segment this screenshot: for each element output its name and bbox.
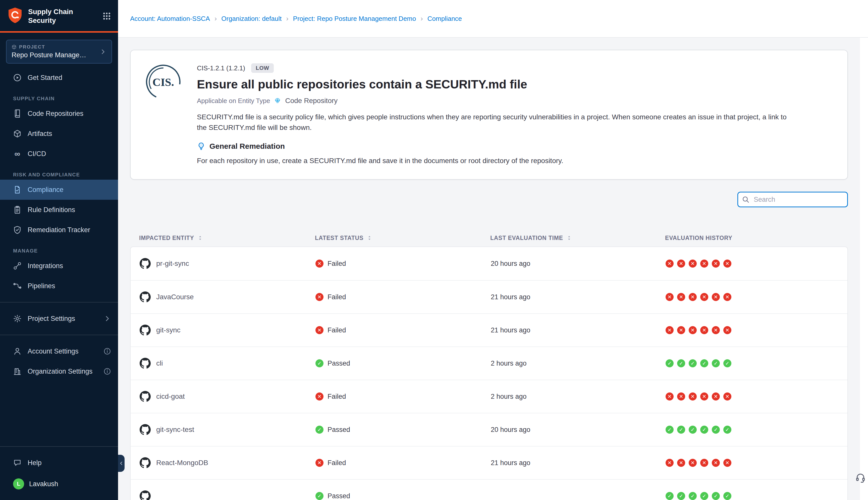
evaluation-history: ✕✕✕✕✕✕ — [666, 459, 847, 467]
sidebar-item-cicd[interactable]: ∞CI/CD — [0, 144, 118, 164]
failed-icon: ✕ — [315, 326, 324, 334]
status-label: Failed — [327, 393, 346, 400]
sort-icon[interactable] — [197, 235, 203, 241]
sidebar-item-pipelines[interactable]: Pipelines — [0, 276, 118, 296]
column-header[interactable]: LAST EVALUATION TIME — [490, 235, 665, 241]
table-row[interactable]: ✓Passed✓✓✓✓✓✓ — [131, 479, 847, 500]
passed-icon: ✓ — [712, 425, 720, 434]
table-row[interactable]: pr-git-sync✕Failed20 hours ago✕✕✕✕✕✕ — [131, 247, 847, 280]
entity-name[interactable]: JavaCourse — [156, 293, 194, 301]
sort-icon[interactable] — [367, 235, 372, 241]
table-row[interactable]: cli✓Passed2 hours ago✓✓✓✓✓✓ — [131, 346, 847, 380]
breadcrumb-item[interactable]: Account: Automation-SSCA — [130, 15, 210, 23]
sidebar-item-help[interactable]: Help — [0, 453, 118, 473]
main-area: Account: Automation-SSCA›Organization: d… — [118, 0, 868, 500]
table-row[interactable]: git-sync-test✓Passed20 hours ago✓✓✓✓✓✓ — [131, 413, 847, 446]
support-headset-icon[interactable] — [855, 472, 866, 483]
nav-section-label: RISK AND COMPLIANCE — [0, 172, 118, 178]
play-circle-icon — [13, 73, 22, 82]
evaluation-history: ✕✕✕✕✕✕ — [666, 393, 847, 400]
failed-icon: ✕ — [677, 260, 685, 268]
failed-icon: ✕ — [724, 260, 731, 268]
failed-icon: ✕ — [689, 260, 697, 268]
table-row[interactable]: React-MongoDB✕Failed21 hours ago✕✕✕✕✕✕ — [131, 446, 847, 479]
passed-icon: ✓ — [315, 492, 324, 500]
sidebar-collapse-button[interactable] — [118, 455, 125, 472]
status-label: Failed — [327, 326, 346, 334]
table-body: pr-git-sync✕Failed20 hours ago✕✕✕✕✕✕Java… — [130, 247, 848, 500]
failed-icon: ✕ — [677, 459, 685, 467]
project-name: Repo Posture Manage… — [12, 51, 100, 59]
sidebar-item-rule-definitions[interactable]: Rule Definitions — [0, 200, 118, 220]
sidebar-item-code-repositories[interactable]: Code Repositories — [0, 103, 118, 124]
account-icon — [13, 347, 22, 355]
failed-icon: ✕ — [315, 260, 324, 268]
supply-chain-security-logo-icon — [7, 7, 23, 25]
remediation-heading: General Remediation — [209, 142, 285, 150]
sidebar-item-remediation-tracker[interactable]: Remediation Tracker — [0, 220, 118, 240]
breadcrumb-item[interactable]: Project: Repo Posture Management Demo — [293, 15, 416, 23]
top-bar: Account: Automation-SSCA›Organization: d… — [118, 0, 868, 38]
failed-icon: ✕ — [666, 293, 674, 301]
passed-icon: ✓ — [677, 359, 685, 367]
status-label: Passed — [327, 360, 350, 367]
table-row[interactable]: git-sync✕Failed21 hours ago✕✕✕✕✕✕ — [131, 313, 847, 346]
entity-name[interactable]: git-sync-test — [156, 425, 194, 434]
severity-badge: LOW — [251, 63, 274, 73]
chevron-right-icon — [103, 315, 111, 322]
entity-name[interactable]: cli — [156, 359, 163, 367]
table-row[interactable]: JavaCourse✕Failed21 hours ago✕✕✕✕✕✕ — [131, 280, 847, 313]
failed-icon: ✕ — [712, 326, 720, 334]
table-row[interactable]: cicd-goat✕Failed2 hours ago✕✕✕✕✕✕ — [131, 380, 847, 413]
column-header[interactable]: LATEST STATUS — [315, 235, 490, 241]
divider — [0, 302, 118, 303]
status-cell: ✓Passed — [315, 425, 491, 434]
entity-name[interactable]: pr-git-sync — [156, 260, 189, 268]
sort-icon[interactable] — [566, 235, 572, 241]
entity-name[interactable]: React-MongoDB — [156, 459, 208, 467]
github-icon — [140, 358, 151, 369]
passed-icon: ✓ — [689, 359, 697, 367]
passed-icon: ✓ — [689, 425, 697, 434]
cis-logo: CIS. — [145, 63, 182, 166]
sidebar-item-project-settings[interactable]: Project Settings — [0, 308, 118, 329]
remediation-text: For each repository in use, create a SEC… — [197, 156, 833, 166]
scrollbar-gutter[interactable] — [860, 38, 868, 500]
entity-name[interactable]: cicd-goat — [156, 393, 185, 400]
passed-icon: ✓ — [666, 425, 674, 434]
project-selector[interactable]: PROJECT Repo Posture Manage… — [6, 40, 112, 64]
failed-icon: ✕ — [724, 459, 731, 467]
failed-icon: ✕ — [677, 293, 685, 301]
sidebar-item-integrations[interactable]: Integrations — [0, 256, 118, 276]
integrations-icon — [13, 262, 22, 270]
sidebar-item-organization-settings[interactable]: Organization Settings — [0, 361, 118, 382]
passed-icon: ✓ — [700, 492, 708, 500]
failed-icon: ✕ — [666, 393, 674, 400]
breadcrumb-item[interactable]: Organization: default — [221, 15, 281, 23]
passed-icon: ✓ — [724, 359, 731, 367]
sidebar-item-artifacts[interactable]: Artifacts — [0, 124, 118, 144]
status-cell: ✓Passed — [315, 359, 491, 367]
sidebar-item-get-started[interactable]: Get Started — [0, 68, 118, 88]
module-grid-icon[interactable] — [103, 12, 111, 20]
page-content: CIS. CIS-1.2.1 (1.2.1) LOW Ensure all pu… — [118, 38, 860, 500]
search-input[interactable] — [737, 192, 848, 207]
breadcrumb-item[interactable]: Compliance — [427, 15, 462, 23]
sidebar-item-compliance[interactable]: Compliance — [0, 180, 118, 200]
chevron-right-icon — [100, 48, 106, 55]
status-cell: ✕Failed — [315, 260, 491, 268]
passed-icon: ✓ — [666, 359, 674, 367]
sidebar-item-account-settings[interactable]: Account Settings — [0, 341, 118, 361]
gear-icon — [13, 314, 22, 323]
status-label: Passed — [327, 492, 350, 500]
column-header[interactable]: IMPACTED ENTITY — [130, 235, 315, 241]
user-menu[interactable]: L Lavakush — [0, 473, 118, 495]
rule-description: SECURITY.md file is a security policy fi… — [197, 112, 790, 133]
breadcrumb-separator-icon: › — [286, 14, 288, 23]
entity-name[interactable]: git-sync — [156, 326, 180, 334]
failed-icon: ✕ — [689, 459, 697, 467]
failed-icon: ✕ — [712, 459, 720, 467]
project-icon — [12, 45, 16, 49]
avatar: L — [13, 478, 24, 489]
cube-icon — [13, 129, 22, 138]
